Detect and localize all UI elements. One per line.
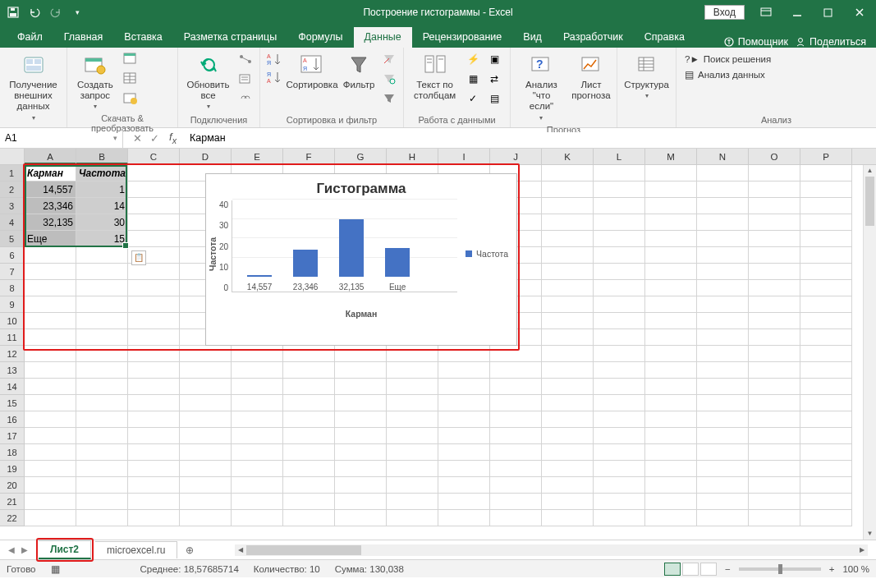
cell-A4[interactable]: 32,135: [25, 214, 76, 231]
cell-N19[interactable]: [697, 461, 749, 477]
cell-E18[interactable]: [232, 444, 283, 461]
cell-A18[interactable]: [25, 444, 76, 461]
cell-E22[interactable]: [232, 510, 283, 526]
cell-B9[interactable]: [76, 296, 128, 313]
cell-H15[interactable]: [387, 395, 438, 411]
cell-L16[interactable]: [594, 411, 645, 428]
cell-H21[interactable]: [387, 494, 438, 510]
row-header[interactable]: 13: [0, 362, 25, 379]
cell-B8[interactable]: [76, 280, 128, 296]
row-header[interactable]: 8: [0, 280, 25, 296]
cell-H16[interactable]: [387, 411, 438, 428]
cell-O5[interactable]: [749, 231, 800, 247]
col-header-H[interactable]: H: [387, 149, 438, 164]
cell-N21[interactable]: [697, 494, 749, 510]
cell-B12[interactable]: [76, 346, 128, 362]
cell-G20[interactable]: [335, 477, 387, 494]
cell-P17[interactable]: [800, 428, 852, 444]
cell-G15[interactable]: [335, 395, 387, 411]
cell-K3[interactable]: [542, 198, 594, 214]
cell-M8[interactable]: [645, 280, 697, 296]
cell-D20[interactable]: [180, 477, 232, 494]
cell-O4[interactable]: [749, 214, 800, 231]
cell-G18[interactable]: [335, 444, 387, 461]
cell-E20[interactable]: [232, 477, 283, 494]
cell-A2[interactable]: 14,557: [25, 181, 76, 198]
cell-P15[interactable]: [800, 395, 852, 411]
cell-M9[interactable]: [645, 296, 697, 313]
cell-D12[interactable]: [180, 346, 232, 362]
cell-J13[interactable]: [490, 362, 542, 379]
cell-B17[interactable]: [76, 428, 128, 444]
reapply-icon[interactable]: [380, 70, 398, 88]
cell-L3[interactable]: [594, 198, 645, 214]
cell-P18[interactable]: [800, 444, 852, 461]
zoom-in-button[interactable]: +: [829, 564, 835, 574]
cell-P2[interactable]: [800, 181, 852, 198]
cell-P8[interactable]: [800, 280, 852, 296]
scroll-down-icon[interactable]: ▼: [864, 528, 876, 540]
row-header[interactable]: 2: [0, 181, 25, 198]
col-header-B[interactable]: B: [76, 149, 128, 164]
cell-F20[interactable]: [283, 477, 335, 494]
scroll-up-icon[interactable]: ▲: [864, 165, 876, 177]
name-box[interactable]: A1: [0, 128, 123, 148]
cell-G17[interactable]: [335, 428, 387, 444]
cell-M16[interactable]: [645, 411, 697, 428]
cell-P12[interactable]: [800, 346, 852, 362]
col-header-O[interactable]: O: [749, 149, 800, 164]
cell-H18[interactable]: [387, 444, 438, 461]
cell-O16[interactable]: [749, 411, 800, 428]
cell-G13[interactable]: [335, 362, 387, 379]
cell-D15[interactable]: [180, 395, 232, 411]
cell-B2[interactable]: 1: [76, 181, 128, 198]
row-header[interactable]: 18: [0, 444, 25, 461]
row-header[interactable]: 10: [0, 313, 25, 329]
solver-button[interactable]: ?►Поиск решения: [681, 53, 774, 65]
qat-customize-icon[interactable]: ▾: [71, 6, 84, 19]
cell-N8[interactable]: [697, 280, 749, 296]
cell-L11[interactable]: [594, 329, 645, 346]
col-header-N[interactable]: N: [697, 149, 749, 164]
cell-B16[interactable]: [76, 411, 128, 428]
cell-J12[interactable]: [490, 346, 542, 362]
cell-O22[interactable]: [749, 510, 800, 526]
cell-E15[interactable]: [232, 395, 283, 411]
cell-L6[interactable]: [594, 247, 645, 264]
cell-C14[interactable]: [128, 379, 180, 395]
cell-H22[interactable]: [387, 510, 438, 526]
cell-L12[interactable]: [594, 346, 645, 362]
cell-N14[interactable]: [697, 379, 749, 395]
cell-B15[interactable]: [76, 395, 128, 411]
row-header[interactable]: 17: [0, 428, 25, 444]
row-header[interactable]: 11: [0, 329, 25, 346]
cell-L18[interactable]: [594, 444, 645, 461]
get-external-data-button[interactable]: Получение внешних данных: [5, 50, 62, 123]
cell-L8[interactable]: [594, 280, 645, 296]
worksheet-grid[interactable]: ABCDEFGHIJKLMNOP 1КарманЧастота214,55713…: [0, 149, 876, 540]
cell-N12[interactable]: [697, 346, 749, 362]
row-header[interactable]: 12: [0, 346, 25, 362]
cell-K11[interactable]: [542, 329, 594, 346]
col-header-G[interactable]: G: [335, 149, 387, 164]
cell-K15[interactable]: [542, 395, 594, 411]
cell-L9[interactable]: [594, 296, 645, 313]
cell-C16[interactable]: [128, 411, 180, 428]
cell-E17[interactable]: [232, 428, 283, 444]
cell-A5[interactable]: Еще: [25, 231, 76, 247]
cell-C9[interactable]: [128, 296, 180, 313]
cell-N13[interactable]: [697, 362, 749, 379]
cell-N18[interactable]: [697, 444, 749, 461]
cell-C4[interactable]: [128, 214, 180, 231]
cell-M4[interactable]: [645, 214, 697, 231]
cell-M11[interactable]: [645, 329, 697, 346]
cell-K8[interactable]: [542, 280, 594, 296]
cell-C13[interactable]: [128, 362, 180, 379]
remove-duplicates-icon[interactable]: ▦: [464, 70, 482, 88]
cell-F19[interactable]: [283, 461, 335, 477]
row-header[interactable]: 9: [0, 296, 25, 313]
tab-data[interactable]: Данные: [354, 27, 412, 48]
relationships-icon[interactable]: ⇄: [485, 70, 503, 88]
cell-M20[interactable]: [645, 477, 697, 494]
cell-A12[interactable]: [25, 346, 76, 362]
